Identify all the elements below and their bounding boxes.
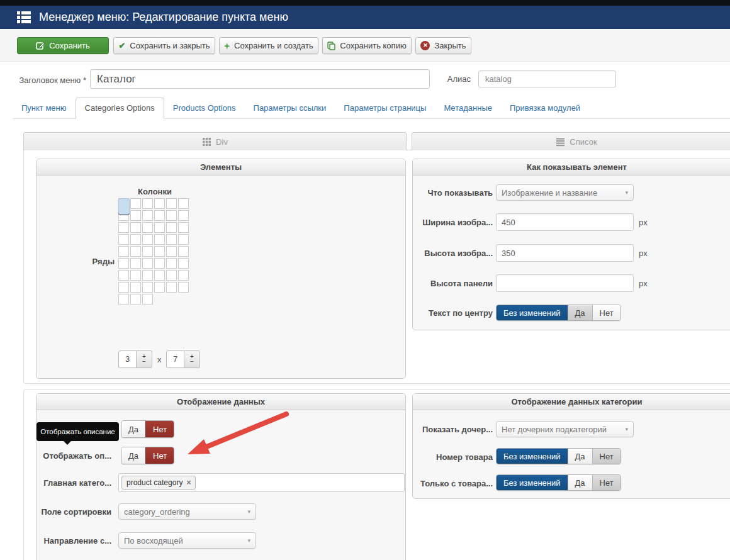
grid-cell[interactable]	[166, 210, 177, 221]
grid-cell[interactable]	[154, 234, 165, 245]
grid-cell[interactable]	[130, 282, 141, 293]
columns-stepper[interactable]: + −	[137, 350, 152, 368]
grid-cell[interactable]	[118, 294, 129, 305]
columns-count-input[interactable]: 3	[118, 350, 137, 368]
sort-field-select[interactable]: category_ordering ▾	[118, 503, 256, 520]
menu-title-input[interactable]	[90, 69, 430, 89]
grid-cell[interactable]	[130, 222, 141, 233]
row1-no-button[interactable]: Нет	[145, 421, 174, 437]
grid-cell[interactable]	[166, 246, 177, 257]
tab-products-options[interactable]: Products Options	[164, 98, 245, 118]
stepper-minus-icon[interactable]: −	[190, 359, 194, 364]
panel-height-input[interactable]	[496, 274, 634, 292]
grid-cell[interactable]	[130, 198, 141, 209]
grid-cell[interactable]	[154, 222, 165, 233]
grid-cell[interactable]	[178, 234, 189, 245]
grid-cell[interactable]	[142, 258, 153, 269]
save-close-button[interactable]: ✔ Сохранить и закрыть	[113, 37, 215, 54]
grid-cell[interactable]	[178, 210, 189, 221]
grid-cell[interactable]	[142, 234, 153, 245]
grid-cell[interactable]	[154, 198, 165, 209]
tag-remove-icon[interactable]: ×	[186, 478, 191, 487]
tab-menu-item[interactable]: Пункт меню	[13, 98, 76, 118]
alias-input[interactable]	[478, 70, 616, 87]
grid-cell[interactable]	[118, 234, 129, 245]
text-center-none-button[interactable]: Без изменений	[497, 305, 568, 320]
check-icon: ✔	[118, 41, 125, 50]
product-number-none-button[interactable]: Без изменений	[497, 449, 568, 464]
grid-cell[interactable]	[142, 294, 153, 305]
product-number-yes-button[interactable]: Да	[568, 449, 592, 464]
show-description-no-button[interactable]: Нет	[145, 447, 174, 464]
show-description-yes-button[interactable]: Да	[121, 447, 145, 464]
grid-cell[interactable]	[154, 258, 165, 269]
rows-count-input[interactable]: 7	[166, 350, 184, 368]
save-new-button[interactable]: + Сохранить и создать	[219, 37, 318, 54]
grid-cell[interactable]	[154, 246, 165, 257]
grid-cell[interactable]	[130, 246, 141, 257]
grid-cell[interactable]	[166, 234, 177, 245]
grid-cell[interactable]	[178, 258, 189, 269]
grid-cell[interactable]	[118, 198, 130, 215]
sort-direction-select[interactable]: По восходящей ▾	[118, 532, 256, 549]
elements-panel-title: Элементы	[36, 159, 405, 176]
grid-cell[interactable]	[142, 222, 153, 233]
only-with-products-none-button[interactable]: Без изменений	[497, 475, 568, 490]
tab-page-params[interactable]: Параметры страницы	[335, 98, 435, 118]
grid-cell[interactable]	[130, 210, 141, 221]
grid-cell[interactable]	[118, 270, 129, 281]
grid-cell[interactable]	[130, 270, 141, 281]
what-show-select[interactable]: Изображение и название ▾	[496, 184, 634, 201]
only-with-products-no-button[interactable]: Нет	[592, 475, 620, 490]
grid-cell[interactable]	[166, 270, 177, 281]
grid-cell[interactable]	[142, 246, 153, 257]
grid-cell[interactable]	[178, 198, 189, 209]
grid-cell[interactable]	[118, 282, 129, 293]
copy-icon	[327, 42, 335, 50]
product-number-no-button[interactable]: Нет	[592, 449, 620, 464]
text-center-no-button[interactable]: Нет	[592, 305, 620, 320]
grid-cell[interactable]	[154, 282, 165, 293]
save-copy-button[interactable]: Сохранить копию	[322, 37, 412, 54]
grid-cell[interactable]	[130, 258, 141, 269]
main-category-tag-input[interactable]: product category ×	[118, 473, 405, 492]
grid-cell[interactable]	[118, 246, 129, 257]
close-button[interactable]: ✕ Закрыть	[415, 37, 471, 54]
grid-cell[interactable]	[166, 258, 177, 269]
stepper-minus-icon[interactable]: −	[142, 359, 146, 364]
tab-link-params[interactable]: Параметры ссылки	[245, 98, 335, 118]
grid-cell[interactable]	[178, 246, 189, 257]
img-height-input[interactable]	[496, 244, 634, 262]
layout-toggle-div[interactable]: Div	[23, 132, 407, 150]
tab-metadata[interactable]: Метаданные	[435, 98, 501, 118]
grid-cell[interactable]	[118, 222, 129, 233]
grid-cell[interactable]	[154, 210, 165, 221]
grid-cell[interactable]	[142, 198, 153, 209]
grid-cell[interactable]	[130, 234, 141, 245]
show-children-select[interactable]: Нет дочерних подкатегорий ▾	[496, 421, 634, 437]
tooltip: Отображать описание	[36, 422, 119, 441]
grid-cell[interactable]	[142, 282, 153, 293]
img-width-input[interactable]	[496, 213, 634, 231]
save-new-label: Сохранить и создать	[234, 41, 313, 50]
grid-cell[interactable]	[142, 270, 153, 281]
grid-cell[interactable]	[166, 198, 177, 209]
grid-cell[interactable]	[178, 222, 189, 233]
grid-cell[interactable]	[154, 270, 165, 281]
text-center-yes-button[interactable]: Да	[568, 305, 592, 320]
row1-yes-button[interactable]: Да	[121, 421, 145, 437]
layout-toggle-list[interactable]: Список	[412, 132, 730, 150]
rows-stepper[interactable]: + −	[184, 350, 200, 368]
grid-cell[interactable]	[178, 282, 189, 293]
sort-direction-label: Направление с...	[36, 536, 111, 546]
grid-cell[interactable]	[118, 258, 129, 269]
grid-cell[interactable]	[178, 270, 189, 281]
grid-cell[interactable]	[166, 222, 177, 233]
grid-cell[interactable]	[166, 282, 177, 293]
tab-module-binding[interactable]: Привязка модулей	[501, 98, 589, 118]
grid-cell[interactable]	[130, 294, 141, 305]
grid-cell[interactable]	[142, 210, 153, 221]
tab-categories-options[interactable]: Categories Options	[76, 98, 164, 119]
save-button[interactable]: Сохранить	[17, 37, 109, 54]
only-with-products-yes-button[interactable]: Да	[568, 475, 592, 490]
